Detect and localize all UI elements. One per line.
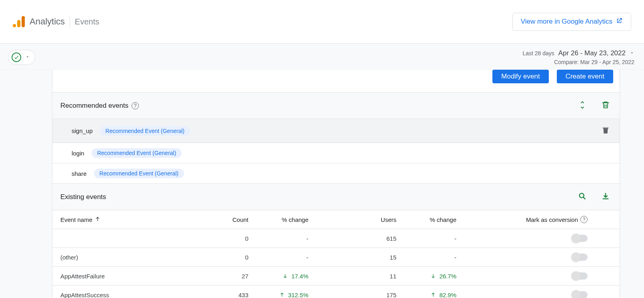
help-icon[interactable]: ? — [132, 102, 139, 109]
count-cell: 433 — [196, 292, 248, 298]
delete-row-button[interactable] — [600, 124, 612, 137]
count-cell: 27 — [196, 273, 248, 280]
expand-collapse-button[interactable] — [576, 99, 588, 112]
page-section-label: Events — [75, 17, 99, 26]
date-range-block[interactable]: Last 28 days Apr 26 - May 23, 2022 Compa… — [522, 49, 634, 65]
brand-separator — [70, 16, 70, 27]
recommended-event-name: sign_up — [72, 127, 93, 134]
mark-conversion-toggle[interactable] — [572, 272, 588, 280]
column-count-change[interactable]: % change — [248, 216, 308, 223]
search-button[interactable] — [576, 190, 588, 203]
users-change-value: 82.9% — [439, 292, 456, 298]
event-name-cell: AppAttestFailure — [60, 273, 196, 280]
users-change-value: - — [396, 254, 456, 261]
svg-point-0 — [580, 193, 584, 198]
brand-title: Analytics — [30, 16, 65, 27]
sub-bar: Last 28 days Apr 26 - May 23, 2022 Compa… — [0, 44, 644, 70]
table-row[interactable]: 0 - 615 - — [52, 229, 620, 248]
recommended-event-name: login — [72, 150, 84, 157]
open-in-new-icon — [616, 17, 623, 26]
recommended-events-header: Recommended events ? — [52, 93, 620, 119]
users-change-value: 26.7% — [439, 273, 456, 280]
count-change-value: 312.5% — [288, 292, 308, 298]
create-event-button[interactable]: Create event — [557, 70, 613, 83]
count-change-value: - — [248, 235, 308, 242]
checkmark-circle-icon — [12, 52, 21, 62]
existing-events-title: Existing events — [60, 193, 106, 201]
column-event-name[interactable]: Event name — [60, 216, 196, 223]
download-button[interactable] — [600, 190, 612, 203]
recommended-event-chip: Recommended Event (General) — [100, 126, 190, 136]
recommended-events-title: Recommended events ? — [60, 102, 139, 110]
users-cell: 11 — [308, 273, 396, 280]
top-bar: Analytics Events View more in Google Ana… — [0, 0, 644, 44]
recommended-event-row[interactable]: login Recommended Event (General) — [52, 143, 620, 163]
users-cell: 15 — [308, 254, 396, 261]
view-more-button[interactable]: View more in Google Analytics — [512, 13, 631, 31]
recommended-event-row[interactable]: share Recommended Event (General) — [52, 163, 620, 184]
users-cell: 615 — [308, 235, 396, 242]
main-content: Modify event Create event Recommended ev… — [0, 70, 644, 298]
arrow-up-icon — [279, 292, 285, 298]
date-range-value: Apr 26 - May 23, 2022 — [558, 49, 626, 57]
table-row[interactable]: AppAttestFailure 27 17.4% 11 26.7% — [52, 267, 620, 286]
status-filter-pill[interactable] — [8, 50, 35, 65]
view-more-label: View more in Google Analytics — [521, 18, 612, 26]
count-change-value: - — [248, 254, 308, 261]
users-cell: 175 — [308, 292, 396, 298]
count-cell: 0 — [196, 254, 248, 261]
sort-asc-icon — [95, 216, 100, 223]
event-name-cell: (other) — [60, 254, 196, 261]
recommended-event-row[interactable]: sign_up Recommended Event (General) — [52, 119, 620, 143]
recommended-event-chip: Recommended Event (General) — [94, 169, 184, 178]
analytics-logo-icon — [13, 16, 25, 27]
event-actions-row: Modify event Create event — [52, 70, 620, 93]
delete-all-button[interactable] — [600, 99, 612, 112]
recommended-event-chip: Recommended Event (General) — [92, 148, 182, 158]
column-count[interactable]: Count — [196, 216, 248, 223]
chevron-down-icon — [25, 54, 30, 60]
users-change-value: - — [396, 235, 456, 242]
existing-events-header: Existing events — [52, 184, 620, 210]
mark-conversion-toggle[interactable] — [572, 291, 588, 298]
recommended-event-name: share — [72, 170, 87, 177]
mark-conversion-toggle[interactable] — [572, 254, 588, 261]
arrow-down-icon — [430, 273, 436, 279]
table-row[interactable]: (other) 0 - 15 - — [52, 248, 620, 267]
count-cell: 0 — [196, 235, 248, 242]
svg-line-1 — [583, 197, 585, 199]
table-header-row: Event name Count % change Users % change… — [52, 210, 620, 229]
column-users[interactable]: Users — [308, 216, 396, 223]
column-users-change[interactable]: % change — [396, 216, 456, 223]
arrow-up-icon — [430, 292, 436, 298]
date-range-label: Last 28 days — [522, 50, 554, 56]
brand-block: Analytics Events — [13, 16, 99, 27]
count-change-value: 17.4% — [291, 273, 308, 280]
mark-conversion-toggle[interactable] — [572, 235, 588, 242]
date-compare-label: Compare: Mar 29 - Apr 25, 2022 — [522, 59, 634, 65]
modify-event-button[interactable]: Modify event — [492, 70, 548, 83]
arrow-down-icon — [282, 273, 288, 279]
column-mark-conversion: Mark as conversion ? — [456, 216, 612, 223]
help-icon[interactable]: ? — [580, 216, 588, 223]
table-row[interactable]: AppAttestSuccess 433 312.5% 175 82.9% — [52, 286, 620, 298]
chevron-down-icon — [630, 50, 634, 57]
event-name-cell: AppAttestSuccess — [60, 292, 196, 298]
